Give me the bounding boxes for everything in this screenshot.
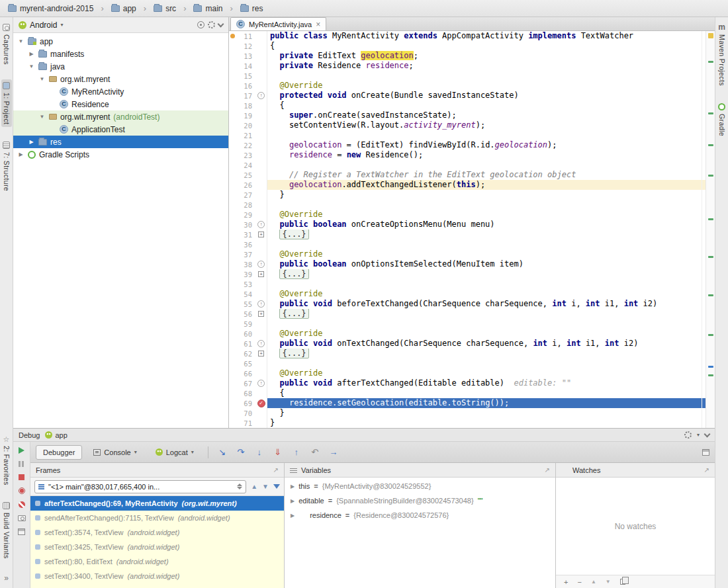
frame-row[interactable]: setText():3400, TextView (android.widget… [30,569,284,583]
override-method-icon[interactable]: ↑ [257,92,265,99]
line-number[interactable]: 17 [236,92,255,100]
tree-item-manifests[interactable]: ▶manifests [13,48,228,60]
folded-region[interactable]: {...} [279,269,308,279]
code-line-13[interactable]: 13 private EditText geolocation; [229,51,705,61]
line-number[interactable]: 12 [236,42,255,50]
code-line-20[interactable]: 20 setContentView(R.layout.activity_myre… [229,120,705,130]
line-number[interactable]: 22 [236,142,255,149]
code-line-55[interactable]: 55↑ public void beforeTextChanged(CharSe… [229,299,705,309]
run-to-cursor-icon[interactable]: → [326,447,341,458]
close-icon[interactable]: × [316,21,320,28]
status-bar-toggle-icon[interactable]: » [4,573,9,584]
code-line-66[interactable]: 66 @Override [229,368,705,378]
settings-gear-icon[interactable] [208,21,215,28]
tree-item-java[interactable]: ▼java [13,60,228,73]
tab-logcat[interactable]: Logcat▾ [148,445,201,460]
line-number[interactable]: 66 [236,370,255,378]
stripe-mark[interactable] [708,175,713,177]
folded-region[interactable]: {...} [279,309,308,319]
project-view-selector[interactable]: Android [30,21,57,30]
restore-layout-icon[interactable] [702,449,709,456]
variable-row-this[interactable]: ▶this = {MyRentActivity@830024529552} [285,479,555,493]
code-editor[interactable]: 11public class MyRentActivity extends Ap… [229,31,705,428]
tab-debugger[interactable]: Debugger [36,445,82,460]
folded-region[interactable]: {...} [279,230,308,239]
stripe-mark[interactable] [708,256,713,258]
code-line-27[interactable]: 27 } [229,190,705,200]
code-line-36[interactable]: 36 [229,239,705,249]
next-frame-icon[interactable]: ▼ [262,483,269,490]
stripe-mark[interactable] [708,374,713,376]
override-method-icon[interactable]: ↑ [257,300,265,308]
tool-button-gradle[interactable]: Gradle [717,101,727,139]
line-number[interactable]: 13 [236,52,255,60]
code-line-17[interactable]: 17↑ protected void onCreate(Bundle saved… [229,91,705,101]
frame-row[interactable]: setText():80, EditText (android.widget) [30,554,284,569]
fold-expand-icon[interactable]: + [258,311,264,317]
line-number[interactable]: 23 [236,151,255,159]
stripe-mark[interactable] [708,334,713,336]
code-line-23[interactable]: 23 residence = new Residence(); [229,150,705,160]
code-line-24[interactable]: 24 [229,160,705,170]
code-line-54[interactable]: 54 @Override [229,289,705,299]
code-line-70[interactable]: 70 } [229,408,705,418]
line-number[interactable]: 25 [236,171,255,179]
code-line-38[interactable]: 38↑ public boolean onOptionsItemSelected… [229,259,705,269]
code-line-37[interactable]: 37 @Override [229,249,705,259]
code-line-21[interactable]: 21 [229,130,705,140]
frame-row[interactable]: setText():3425, TextView (android.widget… [30,540,284,554]
stripe-mark[interactable] [708,144,713,146]
fold-expand-icon[interactable]: + [258,351,264,357]
override-method-icon[interactable]: ↑ [257,261,265,268]
code-line-26[interactable]: 26 geolocation.addTextChangedListener(th… [229,180,705,190]
line-number[interactable]: 14 [236,62,255,70]
tree-expanded-arrow[interactable]: ▼ [38,76,46,82]
fold-expand-icon[interactable]: + [258,231,264,237]
override-method-icon[interactable]: ↑ [257,221,265,228]
line-number[interactable]: 67 [236,380,255,388]
move-down-icon[interactable]: ▼ [606,578,611,586]
run-configuration-chip[interactable]: app [45,431,67,439]
tab-console[interactable]: Console▾ [86,445,144,460]
previous-frame-icon[interactable]: ▲ [251,483,257,490]
code-line-69[interactable]: 69✓ residence.setGeolocation(editable.to… [229,398,705,408]
line-number[interactable]: 24 [236,161,255,169]
code-line-19[interactable]: 19 super.onCreate(savedInstanceState); [229,110,705,120]
step-out-icon[interactable]: ↑ [289,447,304,458]
filter-frames-icon[interactable] [273,484,280,489]
fold-expand-icon[interactable]: + [258,271,264,277]
line-number[interactable]: 69 [236,399,255,407]
float-panel-icon[interactable]: ↗ [704,466,709,474]
code-line-16[interactable]: 16 @Override [229,81,705,91]
override-method-icon[interactable]: ↑ [257,340,265,347]
line-number[interactable]: 71 [236,419,255,427]
pause-icon[interactable] [19,461,24,467]
frame-row[interactable]: onRestoreInstanceState():3300, TextView … [30,583,284,588]
stripe-mark[interactable] [708,61,713,63]
line-number[interactable]: 26 [236,181,255,189]
tree-item-res[interactable]: ▶res [13,136,228,148]
restore-layout-icon[interactable] [18,528,25,535]
line-number[interactable]: 11 [236,32,255,40]
step-into-icon[interactable]: ↓ [252,447,267,458]
code-line-28[interactable]: 28 [229,200,705,210]
float-panel-icon[interactable]: ↗ [545,466,550,474]
chevron-down-icon[interactable]: ▾ [134,449,137,455]
breadcrumb-item-main[interactable]: main [191,3,225,15]
tree-item-app[interactable]: ▼app [13,35,228,48]
tree-expanded-arrow[interactable]: ▼ [38,114,46,120]
code-line-14[interactable]: 14 private Residence residence; [229,61,705,71]
line-number[interactable]: 62 [236,350,255,358]
breakpoint-icon[interactable]: ✓ [257,399,265,407]
line-number[interactable]: 54 [236,290,255,298]
scroll-from-source-icon[interactable] [197,21,205,28]
line-number[interactable]: 39 [236,271,255,278]
code-line-31[interactable]: 31+ {...} [229,230,705,239]
tool-button-2-favorites[interactable]: ☆2: Favorites [1,433,12,488]
line-number[interactable]: 20 [236,122,255,130]
chevron-down-icon[interactable]: ▾ [60,22,63,28]
resume-icon[interactable] [19,447,24,454]
drop-frame-icon[interactable]: ↶ [308,447,322,458]
line-number[interactable]: 31 [236,231,255,239]
breadcrumb-item-src[interactable]: src [151,3,179,15]
